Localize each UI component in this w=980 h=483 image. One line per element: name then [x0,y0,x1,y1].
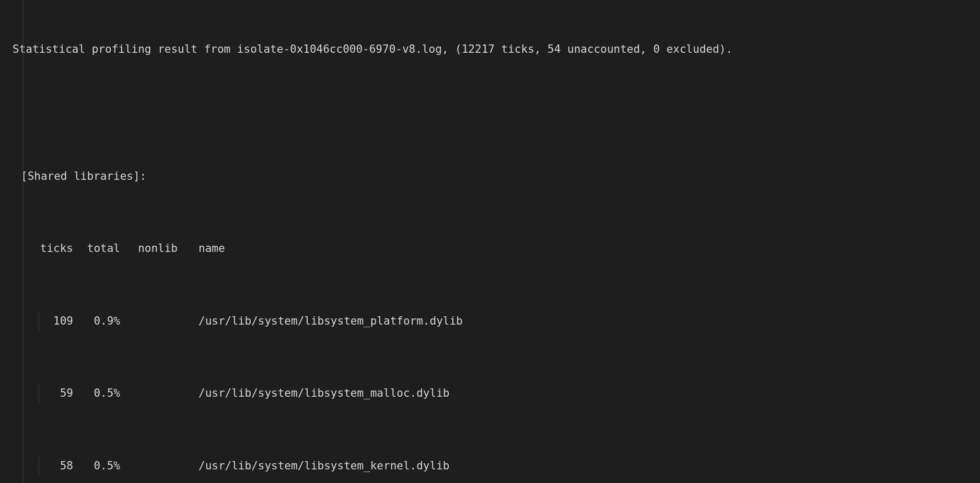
header-line: Statistical profiling result from isolat… [0,40,980,59]
table-row: 590.5%/usr/lib/system/libsystem_malloc.d… [0,384,980,402]
shared-libraries-header: tickstotalnonlibname [0,239,980,258]
section-shared-libraries: [Shared libraries]: [0,167,980,186]
table-row: 580.5%/usr/lib/system/libsystem_kernel.d… [0,457,980,475]
blank-line [0,95,980,113]
table-row: 1090.9%/usr/lib/system/libsystem_platfor… [0,312,980,330]
profiling-output: Statistical profiling result from isolat… [0,4,980,483]
